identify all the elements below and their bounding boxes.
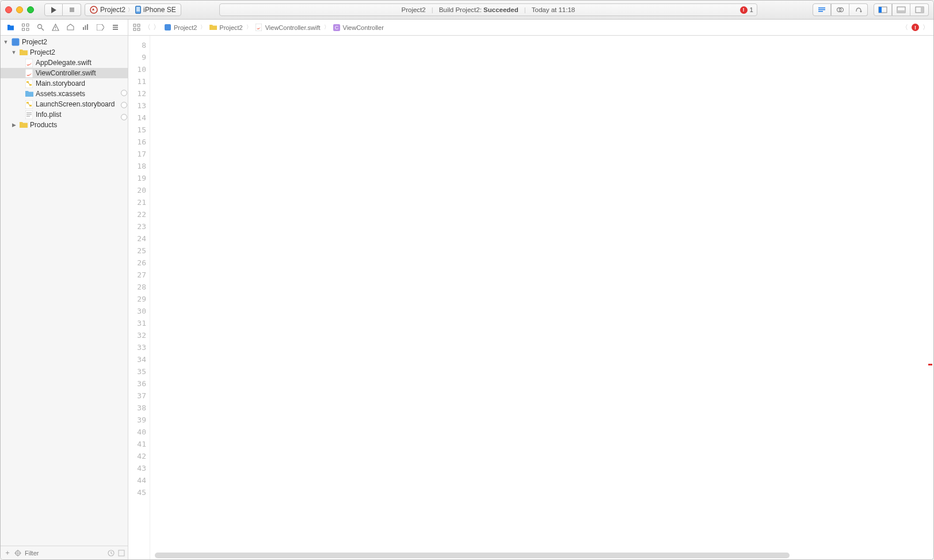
line-number[interactable]: 35 [128, 365, 146, 378]
version-editor-button[interactable] [849, 3, 868, 16]
line-number[interactable]: 19 [128, 172, 146, 184]
target-icon [90, 6, 98, 14]
line-number[interactable]: 8 [128, 39, 146, 51]
tree-group[interactable]: ▼ Project2 [1, 47, 128, 58]
outlet-connection-icon[interactable] [121, 114, 127, 120]
line-number[interactable]: 15 [128, 124, 146, 136]
jump-forward-button[interactable]: 〉 [153, 22, 160, 32]
error-icon[interactable]: ! [912, 24, 919, 31]
tree-file[interactable]: Info.plist [1, 109, 128, 120]
line-number[interactable]: 25 [128, 245, 146, 257]
line-number[interactable]: 31 [128, 317, 146, 329]
standard-editor-button[interactable] [813, 3, 831, 16]
tree-file[interactable]: LaunchScreen.storyboard [1, 99, 128, 109]
line-number[interactable]: 28 [128, 281, 146, 293]
line-number[interactable]: 9 [128, 51, 146, 63]
jump-next-issue-button[interactable]: 〉 [922, 23, 929, 32]
breakpoint-navigator-icon[interactable] [95, 24, 105, 31]
line-number[interactable]: 45 [128, 486, 146, 498]
jump-prev-issue-button[interactable]: 〈 [902, 23, 908, 32]
close-window-button[interactable] [5, 6, 12, 13]
tree-group-products[interactable]: ▶ Products [1, 120, 128, 130]
outlet-connection-icon[interactable] [121, 102, 127, 108]
line-number[interactable]: 14 [128, 112, 146, 124]
line-number[interactable]: 10 [128, 63, 146, 75]
line-number[interactable]: 16 [128, 136, 146, 148]
minimap-error-marker[interactable] [928, 364, 932, 365]
stop-button[interactable] [63, 3, 81, 16]
svg-line-22 [41, 28, 44, 31]
assistant-editor-button[interactable] [831, 3, 849, 16]
line-number[interactable]: 37 [128, 390, 146, 402]
line-number[interactable]: 29 [128, 293, 146, 305]
toggle-debug-area-button[interactable] [892, 3, 910, 16]
scrollbar-thumb[interactable] [155, 553, 790, 558]
line-number[interactable]: 22 [128, 208, 146, 220]
toggle-utilities-button[interactable] [910, 3, 929, 16]
project-navigator-icon[interactable] [5, 24, 16, 31]
related-items-icon[interactable] [133, 24, 140, 31]
source-control-navigator-icon[interactable] [20, 24, 31, 31]
line-number[interactable]: 11 [128, 75, 146, 87]
line-number[interactable]: 30 [128, 305, 146, 317]
line-number[interactable]: 17 [128, 148, 146, 160]
line-number[interactable]: 38 [128, 402, 146, 414]
line-number[interactable]: 34 [128, 353, 146, 365]
chevron-right-icon: 〉 [323, 24, 330, 31]
disclosure-triangle-icon[interactable]: ▼ [3, 39, 9, 45]
line-number[interactable]: 40 [128, 426, 146, 438]
scm-filter-icon[interactable] [118, 550, 125, 557]
recent-filter-icon[interactable] [108, 550, 115, 557]
line-number[interactable]: 26 [128, 257, 146, 269]
line-number[interactable]: 13 [128, 100, 146, 112]
debug-navigator-icon[interactable] [80, 24, 90, 31]
line-number[interactable]: 23 [128, 220, 146, 233]
navigator-filter-bar: ＋ [1, 546, 128, 559]
add-button[interactable]: ＋ [4, 548, 11, 558]
line-number[interactable]: 27 [128, 269, 146, 281]
toggle-navigator-button[interactable] [874, 3, 892, 16]
tree-file[interactable]: Main.storyboard [1, 78, 128, 89]
line-number[interactable]: 32 [128, 329, 146, 341]
minimize-window-button[interactable] [16, 6, 23, 13]
horizontal-scrollbar[interactable] [155, 553, 929, 558]
activity-error-indicator[interactable]: ! 1 [740, 6, 753, 14]
source-editor[interactable]: 8910111213141516171819202122232425262728… [128, 36, 933, 559]
jump-back-button[interactable]: 〈 [144, 22, 151, 32]
outlet-connection-icon[interactable] [121, 90, 127, 96]
line-number[interactable]: 42 [128, 450, 146, 462]
line-number[interactable]: 44 [128, 474, 146, 486]
scope-button[interactable] [14, 550, 21, 557]
test-navigator-icon[interactable] [65, 24, 75, 31]
line-number[interactable]: 33 [128, 341, 146, 353]
report-navigator-icon[interactable] [110, 24, 120, 31]
tree-root[interactable]: ▼ Project2 [1, 37, 128, 47]
svg-rect-50 [26, 102, 29, 104]
tree-file[interactable]: AppDelegate.swift [1, 58, 128, 68]
file-tree[interactable]: ▼ Project2 ▼ Project2 AppDelegate.swiftV… [1, 36, 128, 546]
disclosure-triangle-icon[interactable]: ▶ [11, 122, 17, 128]
disclosure-triangle-icon[interactable]: ▼ [11, 49, 17, 55]
line-number[interactable]: 12 [128, 87, 146, 100]
line-number[interactable]: 18 [128, 160, 146, 172]
line-number[interactable]: 39 [128, 414, 146, 426]
issue-navigator-icon[interactable] [50, 24, 60, 31]
line-number[interactable]: 24 [128, 233, 146, 245]
tree-file[interactable]: Assets.xcassets [1, 89, 128, 99]
code-area[interactable] [150, 36, 933, 559]
zoom-window-button[interactable] [27, 6, 34, 13]
line-number[interactable]: 36 [128, 378, 146, 390]
jump-bar-path[interactable]: Project2 〉 Project2 〉 ViewController.swi… [163, 24, 384, 32]
find-navigator-icon[interactable] [35, 24, 45, 31]
run-button[interactable] [44, 3, 63, 16]
filter-input[interactable] [25, 550, 104, 557]
line-number[interactable]: 20 [128, 184, 146, 196]
line-number[interactable]: 21 [128, 196, 146, 208]
gutter[interactable]: 8910111213141516171819202122232425262728… [128, 36, 150, 559]
tree-file[interactable]: ViewController.swift [1, 68, 128, 78]
line-number[interactable]: 43 [128, 462, 146, 474]
svg-rect-1 [70, 7, 74, 12]
line-number[interactable]: 41 [128, 438, 146, 450]
activity-viewer[interactable]: Project2 | Build Project2: Succeeded | T… [219, 3, 757, 16]
scheme-selector[interactable]: Project2 〉 iPhone SE [85, 3, 181, 16]
